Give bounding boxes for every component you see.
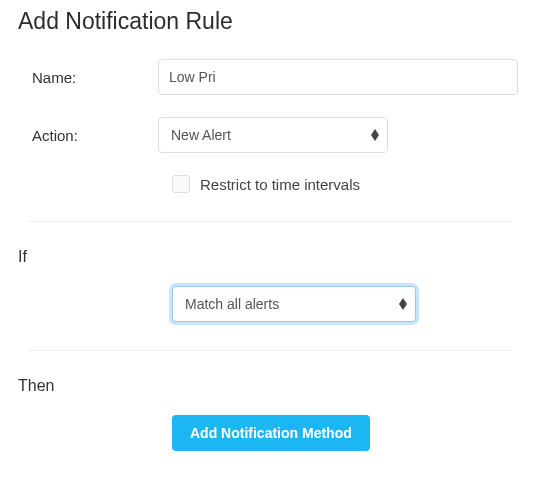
svg-marker-1 <box>371 135 379 141</box>
svg-marker-3 <box>399 304 407 310</box>
match-select-value: Match all alerts <box>185 296 279 312</box>
add-notification-rule-page: Add Notification Rule Name: Action: New … <box>0 0 540 451</box>
action-select[interactable]: New Alert <box>158 117 388 153</box>
updown-icon <box>371 129 379 141</box>
row-name: Name: <box>18 59 522 95</box>
restrict-label: Restrict to time intervals <box>200 176 360 193</box>
divider-1 <box>28 221 512 222</box>
action-select-value: New Alert <box>171 127 231 143</box>
restrict-checkbox[interactable] <box>172 175 190 193</box>
action-field-col: New Alert <box>158 117 522 153</box>
then-field: Add Notification Method <box>18 415 522 451</box>
row-restrict: Restrict to time intervals <box>18 175 522 193</box>
page-title: Add Notification Rule <box>18 8 522 35</box>
action-label: Action: <box>18 127 158 144</box>
then-heading: Then <box>18 377 522 395</box>
updown-icon <box>399 298 407 310</box>
match-select[interactable]: Match all alerts <box>172 286 416 322</box>
add-notification-method-button[interactable]: Add Notification Method <box>172 415 370 451</box>
if-heading: If <box>18 248 522 266</box>
divider-2 <box>28 350 512 351</box>
row-action: Action: New Alert <box>18 117 522 153</box>
if-field: Match all alerts <box>18 286 522 322</box>
name-field-col <box>158 59 522 95</box>
name-input[interactable] <box>158 59 518 95</box>
name-label: Name: <box>18 69 158 86</box>
